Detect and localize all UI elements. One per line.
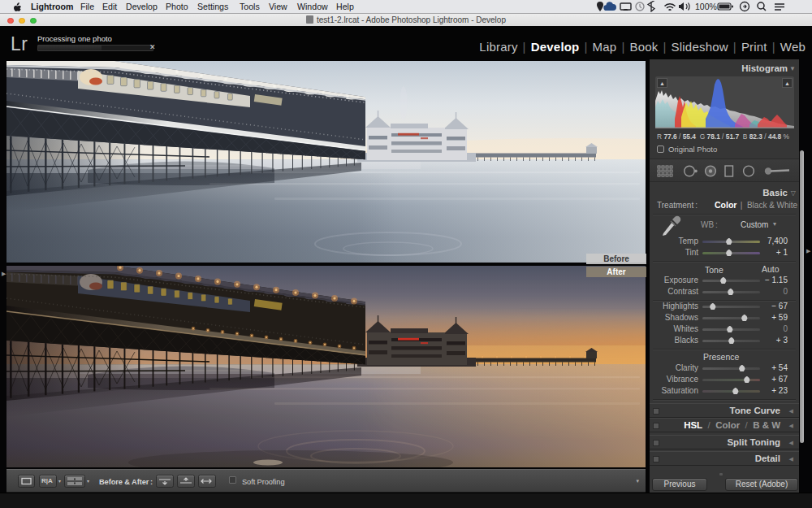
- svg-text:100%: 100%: [695, 2, 717, 11]
